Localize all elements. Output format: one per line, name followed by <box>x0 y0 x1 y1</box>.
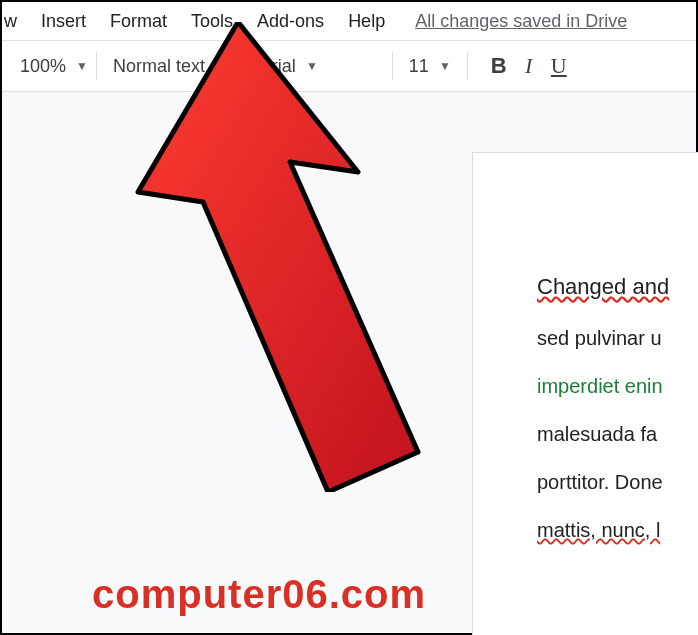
menu-format[interactable]: Format <box>98 5 179 38</box>
font-size-select[interactable]: 11 ▼ <box>397 46 463 86</box>
caret-down-icon: ▼ <box>76 59 88 73</box>
zoom-select[interactable]: 100% ▼ <box>8 46 92 86</box>
editor-canvas[interactable]: Changed and sed pulvinar u imperdiet eni… <box>2 92 696 633</box>
italic-button[interactable]: I <box>514 51 544 81</box>
font-select[interactable]: Arial ▼ <box>248 46 388 86</box>
doc-line-1: Changed and <box>537 261 698 314</box>
watermark-text: computer06.com <box>92 572 426 617</box>
font-value: Arial <box>260 56 296 77</box>
zoom-value: 100% <box>20 56 66 77</box>
doc-line-5: porttitor. Done <box>537 458 698 506</box>
menu-tools[interactable]: Tools <box>179 5 245 38</box>
menu-view[interactable]: w <box>2 5 29 38</box>
doc-line-4: malesuada fa <box>537 410 698 458</box>
document-page[interactable]: Changed and sed pulvinar u imperdiet eni… <box>472 152 698 635</box>
doc-line-6: mattis, nunc, l <box>537 506 698 554</box>
text-format-group: B I U <box>472 46 586 86</box>
doc-line-3: imperdiet enin <box>537 362 698 410</box>
save-status[interactable]: All changes saved in Drive <box>415 11 627 32</box>
menu-insert[interactable]: Insert <box>29 5 98 38</box>
bold-button[interactable]: B <box>484 51 514 81</box>
menu-help[interactable]: Help <box>336 5 397 38</box>
toolbar: 100% ▼ Normal text ▼ Arial ▼ 11 ▼ B I U <box>2 41 696 91</box>
toolbar-divider <box>392 52 393 80</box>
font-size-value: 11 <box>409 56 429 77</box>
doc-line-2: sed pulvinar u <box>537 314 698 362</box>
menu-bar: w Insert Format Tools Add-ons Help All c… <box>2 2 696 40</box>
caret-down-icon: ▼ <box>215 59 227 73</box>
menu-addons[interactable]: Add-ons <box>245 5 336 38</box>
toolbar-divider <box>243 52 244 80</box>
caret-down-icon: ▼ <box>306 59 318 73</box>
underline-button[interactable]: U <box>544 51 574 81</box>
caret-down-icon: ▼ <box>439 59 451 73</box>
paragraph-style-value: Normal text <box>113 56 205 77</box>
toolbar-divider <box>467 52 468 80</box>
paragraph-style-select[interactable]: Normal text ▼ <box>101 46 239 86</box>
toolbar-divider <box>96 52 97 80</box>
